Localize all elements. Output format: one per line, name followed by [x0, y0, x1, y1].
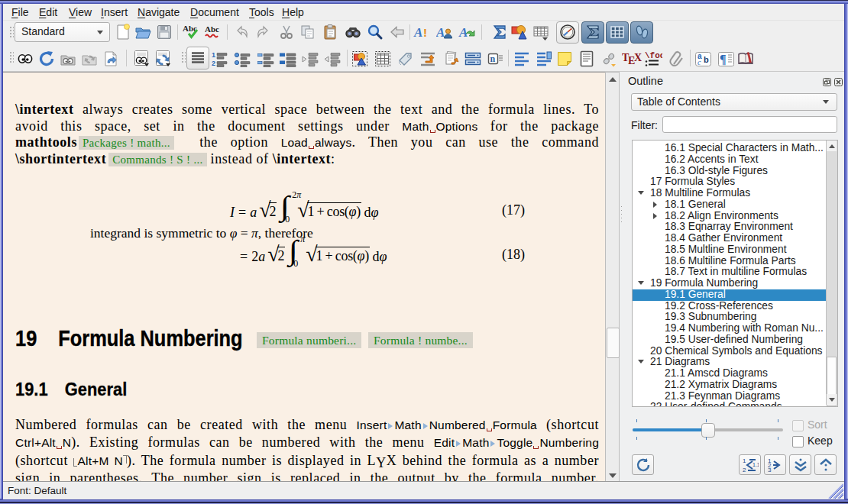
svg-text:1: 1 — [212, 51, 215, 59]
svg-text:¶: ¶ — [720, 53, 727, 66]
svg-text:c: c — [697, 58, 701, 66]
svg-text:A: A — [413, 25, 422, 40]
svg-text:A: A — [436, 25, 445, 40]
svg-text:A: A — [458, 25, 468, 40]
svg-text:1: 1 — [743, 457, 746, 464]
svg-text:2: 2 — [212, 60, 215, 67]
svg-text:3: 3 — [768, 467, 772, 473]
svg-text:Abc: Abc — [205, 24, 219, 34]
svg-text:X: X — [634, 52, 642, 63]
svg-text:!: ! — [423, 26, 427, 39]
svg-text:b: b — [704, 55, 709, 64]
svg-text:n: n — [490, 53, 496, 64]
svg-text:1.1: 1.1 — [753, 462, 759, 467]
svg-text:\foo: \foo — [645, 51, 662, 60]
svg-text:2: 2 — [743, 467, 746, 473]
